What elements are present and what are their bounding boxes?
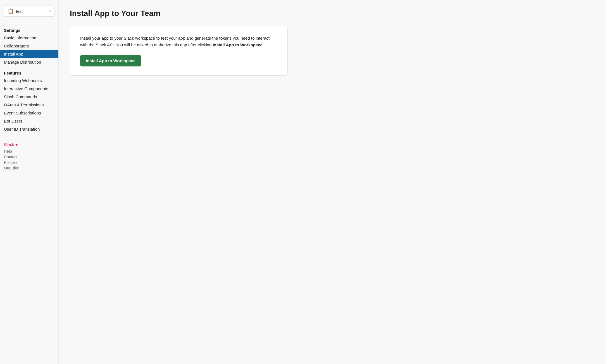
sidebar-item-slash-commands[interactable]: Slash Commands [0,93,58,101]
install-description-bold: Install App to Workspace. [213,42,264,47]
sidebar: 📋 test ▾ Settings Basic Information Coll… [0,0,59,364]
workspace-name: test [16,9,47,14]
sidebar-item-interactive-components[interactable]: Interactive Components [0,85,58,93]
slack-brand-text: Slack [4,142,14,147]
sidebar-item-manage-distribution[interactable]: Manage Distribution [0,58,58,66]
sidebar-footer: Slack ♥ Help Contact Policies Our Blog [0,142,58,171]
heart-icon: ♥ [15,142,18,147]
install-app-to-workspace-button[interactable]: Install App to Workspace [80,55,141,66]
sidebar-item-event-subscriptions[interactable]: Event Subscriptions [0,109,58,117]
sidebar-item-bot-users[interactable]: Bot Users [0,117,58,125]
features-section-label: Features [0,71,58,75]
workspace-icon: 📋 [8,8,14,14]
sidebar-item-user-id-translation[interactable]: User ID Translation [0,125,58,133]
footer-link-contact[interactable]: Contact [4,154,54,160]
slack-brand: Slack ♥ [4,142,54,147]
footer-link-policies[interactable]: Policies [4,160,54,165]
sidebar-item-basic-information[interactable]: Basic Information [0,34,58,42]
page-title: Install App to Your Team [70,9,594,18]
install-card: Install your app to your Slack workspace… [70,26,288,76]
install-description: Install your app to your Slack workspace… [80,35,277,48]
sidebar-item-collaborators[interactable]: Collaborators [0,42,58,50]
chevron-down-icon: ▾ [49,9,51,13]
footer-link-our-blog[interactable]: Our Blog [4,165,54,171]
sidebar-item-oauth-permissions[interactable]: OAuth & Permissions [0,101,58,109]
sidebar-item-install-app[interactable]: Install App [0,50,58,58]
sidebar-item-incoming-webhooks[interactable]: Incoming Webhooks [0,76,58,85]
workspace-selector[interactable]: 📋 test ▾ [4,6,54,17]
main-content: Install App to Your Team Install your ap… [59,0,605,364]
footer-link-help[interactable]: Help [4,149,54,154]
settings-section-label: Settings [0,28,58,33]
